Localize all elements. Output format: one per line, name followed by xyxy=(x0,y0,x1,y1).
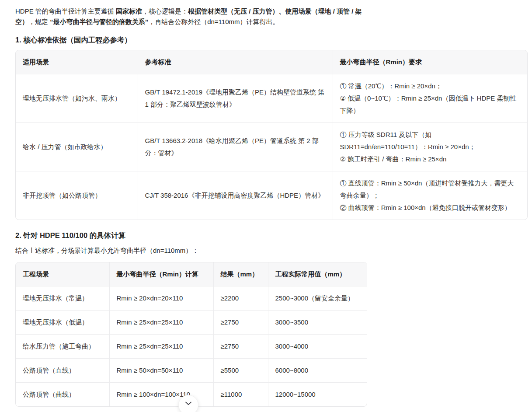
table-cell: ≥2750 xyxy=(213,335,268,359)
standards-table-header-row: 适用场景 参考标准 最小弯曲半径（Rmin）要求 xyxy=(16,50,527,74)
table-row: 埋地无压排水管（如污水、雨水） GB/T 19472.1-2019《埋地用聚乙烯… xyxy=(16,74,527,123)
table-cell: 公路顶管（直线） xyxy=(16,359,109,383)
table-cell: Rmin ≥ 50×dn=50×110 xyxy=(109,359,213,383)
section-1-heading: 1. 核心标准依据（国内工程必参考） xyxy=(15,35,528,45)
table-cell: ① 压力等级 SDR11 及以下（如 SDR11=dn/en=110/10=11… xyxy=(333,123,527,171)
table-row: 给水压力管（施工弯曲） Rmin ≥ 25×dn=25×110 ≥2750 30… xyxy=(16,335,367,359)
column-header-scene: 适用场景 xyxy=(16,50,138,74)
intro-bold-ratio: “最小弯曲半径与管径的倍数关系” xyxy=(50,18,148,25)
scroll-to-bottom-button[interactable] xyxy=(178,395,198,412)
table-cell: 公路顶管（曲线） xyxy=(16,383,109,407)
intro-text: ，核心逻辑是： xyxy=(142,7,188,15)
intro-text: ，规定 xyxy=(28,18,50,25)
chat-answer-content: HDPE 管的弯曲半径计算主要遵循 国家标准，核心逻辑是：根据管材类型（无压 /… xyxy=(0,0,532,407)
table-cell: ≥2750 xyxy=(213,311,268,335)
standards-table: 适用场景 参考标准 最小弯曲半径（Rmin）要求 埋地无压排水管（如污水、雨水）… xyxy=(15,50,528,220)
calculation-table-header-row: 工程场景 最小弯曲半径（Rmin）计算 结果（mm） 工程实际常用值（mm） xyxy=(16,262,367,286)
table-row: 埋地无压排水（常温） Rmin ≥ 20×dn=20×110 ≥2200 250… xyxy=(16,286,367,311)
table-cell: 3000~4000 xyxy=(268,335,367,359)
intro-paragraph: HDPE 管的弯曲半径计算主要遵循 国家标准，核心逻辑是：根据管材类型（无压 /… xyxy=(15,6,376,27)
table-row: 给水 / 压力管（如市政给水） GB/T 13663.2-2018《给水用聚乙烯… xyxy=(16,123,527,171)
table-cell: 3000~3500 xyxy=(268,311,367,335)
table-cell: GB/T 13663.2-2018《给水用聚乙烯（PE）管道系统 第 2 部分：… xyxy=(138,123,333,171)
table-cell: ① 常温（20℃）：Rmin ≥ 20×dn； ② 低温（0~10℃）：Rmin… xyxy=(333,74,527,123)
column-header-common-value: 工程实际常用值（mm） xyxy=(268,262,367,286)
table-cell: 给水 / 压力管（如市政给水） xyxy=(16,123,138,171)
section-2-intro: 结合上述标准，分场景计算最小允许弯曲半径（dn=110mm）： xyxy=(15,245,528,256)
section-2-heading: 2. 针对 HDPE 110/100 的具体计算 xyxy=(15,230,528,240)
table-row: 公路顶管（直线） Rmin ≥ 50×dn=50×110 ≥5500 6000~… xyxy=(16,359,367,383)
intro-text: HDPE 管的弯曲半径计算主要遵循 xyxy=(15,7,116,15)
intro-bold-standard: 国家标准 xyxy=(116,7,142,15)
table-cell: ① 直线顶管：Rmin ≥ 50×dn（顶进时管材受推力大，需更大弯曲余量）； … xyxy=(333,171,527,220)
table-cell: 埋地无压排水（低温） xyxy=(16,311,109,335)
table-cell: ≥5500 xyxy=(213,359,268,383)
table-cell: CJ/T 358-2016《非开挖铺设用高密度聚乙烯（HDPE）管材》 xyxy=(138,171,333,220)
table-cell: Rmin ≥ 25×dn=25×110 xyxy=(109,311,213,335)
table-cell: 埋地无压排水（常温） xyxy=(16,286,109,311)
column-header-rmin-requirement: 最小弯曲半径（Rmin）要求 xyxy=(333,50,527,74)
intro-text: ，再结合公称外径（dn=110mm）计算得出。 xyxy=(148,18,279,25)
table-cell: ≥2200 xyxy=(213,286,268,311)
column-header-rmin-calculation: 最小弯曲半径（Rmin）计算 xyxy=(109,262,213,286)
chevron-down-icon xyxy=(184,402,193,408)
table-cell: 非开挖顶管（如公路顶管） xyxy=(16,171,138,220)
table-cell: 12000~15000 xyxy=(268,383,367,407)
table-cell: Rmin ≥ 20×dn=20×110 xyxy=(109,286,213,311)
table-cell: 埋地无压排水管（如污水、雨水） xyxy=(16,74,138,123)
calculation-table: 工程场景 最小弯曲半径（Rmin）计算 结果（mm） 工程实际常用值（mm） 埋… xyxy=(15,262,367,407)
table-cell: Rmin ≥ 25×dn=25×110 xyxy=(109,335,213,359)
column-header-project-scene: 工程场景 xyxy=(16,262,109,286)
table-cell: 6000~8000 xyxy=(268,359,367,383)
column-header-standard: 参考标准 xyxy=(138,50,333,74)
table-cell: 给水压力管（施工弯曲） xyxy=(16,335,109,359)
table-row: 非开挖顶管（如公路顶管） CJ/T 358-2016《非开挖铺设用高密度聚乙烯（… xyxy=(16,171,527,220)
table-row: 埋地无压排水（低温） Rmin ≥ 25×dn=25×110 ≥2750 300… xyxy=(16,311,367,335)
column-header-result: 结果（mm） xyxy=(213,262,268,286)
table-cell: ≥11000 xyxy=(213,383,268,407)
table-cell: GB/T 19472.1-2019《埋地用聚乙烯（PE）结构壁管道系统 第 1 … xyxy=(138,74,333,123)
table-cell: 2500~3000（留安全余量） xyxy=(268,286,367,311)
